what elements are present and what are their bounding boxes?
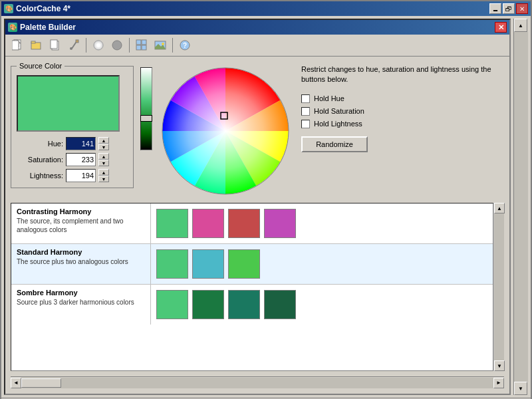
- hold-lightness-checkbox[interactable]: [301, 120, 310, 128]
- svg-rect-19: [142, 45, 146, 50]
- lightness-input[interactable]: [66, 169, 96, 182]
- color-wheel-container[interactable]: [159, 65, 292, 198]
- inner-window-title: Palette Builder: [20, 23, 76, 32]
- h-scroll-left[interactable]: ◄: [11, 378, 21, 388]
- svg-rect-9: [51, 40, 57, 49]
- outer-app-icon: 🎨: [4, 4, 13, 13]
- randomize-button[interactable]: Randomize: [301, 136, 368, 152]
- main-area: 🎨 Palette Builder ✕: [1, 16, 531, 398]
- top-section: Source Color Hue: ▲ ▼: [11, 62, 504, 198]
- harmony-row-2: Sombre Harmony Source plus 3 darker harm…: [11, 285, 493, 325]
- harmony-colors-1: [151, 244, 493, 284]
- vertical-slider[interactable]: [140, 67, 152, 150]
- source-color-legend: Source Color: [17, 62, 65, 70]
- saturation-input[interactable]: [66, 153, 96, 166]
- hold-hue-label: Hold Hue: [314, 94, 344, 102]
- eyedropper-button[interactable]: [65, 37, 82, 53]
- svg-point-22: [162, 43, 164, 45]
- inner-close-button[interactable]: ✕: [495, 22, 507, 33]
- new-button[interactable]: [9, 37, 27, 53]
- h-scroll-thumb[interactable]: [21, 378, 61, 388]
- content-area: Source Color Hue: ▲ ▼: [5, 57, 509, 394]
- outer-titlebar: 🎨 ColorCache 4* 🗕 🗗 ✕: [1, 1, 531, 16]
- light-down[interactable]: ▼: [98, 176, 109, 182]
- harmony-swatch-0-2[interactable]: [228, 209, 260, 238]
- harmony-swatch-1-1[interactable]: [192, 249, 224, 279]
- svg-point-11: [70, 47, 72, 50]
- grid-button[interactable]: [133, 37, 150, 53]
- lightness-label: Lightness:: [17, 172, 63, 180]
- harmony-title-1: Standard Harmony: [17, 248, 145, 256]
- hold-hue-checkbox[interactable]: [301, 94, 310, 103]
- svg-rect-18: [136, 45, 141, 50]
- harmony-scrollbar: ▲ ▼: [493, 203, 504, 371]
- hue-up[interactable]: ▲: [98, 137, 109, 144]
- palette-window: 🎨 Palette Builder ✕: [4, 19, 511, 395]
- harmony-swatch-1-0[interactable]: [156, 249, 188, 279]
- sat-up[interactable]: ▲: [98, 153, 109, 160]
- harmony-swatch-2-1[interactable]: [192, 290, 224, 319]
- harmony-swatch-2-3[interactable]: [264, 290, 296, 319]
- sat-down[interactable]: ▼: [98, 160, 109, 166]
- image-button[interactable]: [152, 37, 169, 53]
- inner-titlebar: 🎨 Palette Builder ✕: [5, 20, 509, 35]
- svg-rect-16: [136, 40, 141, 45]
- circle-light-button[interactable]: [90, 37, 107, 53]
- harmony-area: Contrasting Harmony The source, its comp…: [11, 203, 504, 371]
- lightness-row: Lightness: ▲ ▼: [17, 169, 128, 182]
- vertical-slider-area: [140, 67, 152, 150]
- harmony-colors-2: [151, 285, 493, 325]
- hue-input[interactable]: [66, 137, 96, 150]
- harmony-swatch-0-3[interactable]: [264, 209, 296, 238]
- separator-3: [172, 38, 173, 53]
- harmony-info-1: Standard Harmony The source plus two ana…: [11, 244, 151, 284]
- harmony-swatch-1-2[interactable]: [228, 249, 260, 279]
- source-color-swatch[interactable]: [17, 75, 120, 132]
- right-scroll-down[interactable]: ▼: [514, 382, 527, 395]
- harmony-swatch-2-2[interactable]: [228, 290, 260, 319]
- open-button[interactable]: [28, 37, 45, 53]
- hue-row: Hue: ▲ ▼: [17, 137, 128, 150]
- harmony-swatch-0-0[interactable]: [156, 209, 188, 238]
- harmony-swatch-2-0[interactable]: [156, 290, 188, 319]
- svg-point-26: [162, 68, 289, 194]
- lightness-spinners: ▲ ▼: [98, 169, 109, 182]
- right-scroll-up[interactable]: ▲: [514, 19, 527, 32]
- svg-rect-17: [142, 40, 146, 45]
- outer-titlebar-left: 🎨 ColorCache 4*: [4, 4, 70, 13]
- toolbar: ?: [5, 35, 509, 57]
- slider-thumb[interactable]: [140, 115, 152, 122]
- hold-saturation-row: Hold Saturation: [301, 107, 501, 116]
- harmony-row-1: Standard Harmony The source plus two ana…: [11, 244, 493, 285]
- svg-point-15: [112, 41, 122, 50]
- hold-saturation-label: Hold Saturation: [314, 107, 364, 115]
- copy-button[interactable]: [47, 37, 64, 53]
- minimize-button[interactable]: 🗕: [489, 3, 501, 14]
- outer-titlebar-buttons: 🗕 🗗 ✕: [489, 3, 528, 14]
- harmony-scroll-down[interactable]: ▼: [494, 360, 505, 371]
- close-button[interactable]: ✕: [516, 3, 528, 14]
- saturation-label: Saturation:: [17, 156, 63, 164]
- svg-text:?: ?: [183, 42, 187, 49]
- harmony-swatch-0-1[interactable]: [192, 209, 224, 238]
- maximize-button[interactable]: 🗗: [503, 3, 515, 14]
- restrict-text: Restrict changes to hue, saturation and …: [301, 65, 501, 85]
- hold-saturation-checkbox[interactable]: [301, 107, 310, 116]
- inner-titlebar-left: 🎨 Palette Builder: [8, 23, 76, 32]
- harmony-scroll-up[interactable]: ▲: [494, 203, 505, 213]
- hue-down[interactable]: ▼: [98, 144, 109, 150]
- outer-window: 🎨 ColorCache 4* 🗕 🗗 ✕ 🎨 Palette Builder …: [0, 0, 532, 399]
- harmony-info-2: Sombre Harmony Source plus 3 darker harm…: [11, 285, 151, 325]
- h-scroll-right[interactable]: ►: [493, 378, 504, 388]
- hue-label: Hue:: [17, 140, 63, 148]
- hold-lightness-row: Hold Lightness: [301, 120, 501, 128]
- hsl-controls: Hue: ▲ ▼ Saturation:: [17, 137, 128, 182]
- saturation-row: Saturation: ▲ ▼: [17, 153, 128, 166]
- light-up[interactable]: ▲: [98, 169, 109, 176]
- help-button[interactable]: ?: [176, 37, 194, 53]
- saturation-spinners: ▲ ▼: [98, 153, 109, 166]
- harmony-section: Contrasting Harmony The source, its comp…: [11, 203, 493, 371]
- separator-2: [129, 38, 130, 53]
- harmony-desc-0: The source, its complement and two analo…: [17, 217, 145, 234]
- circle-dark-button[interactable]: [108, 37, 126, 53]
